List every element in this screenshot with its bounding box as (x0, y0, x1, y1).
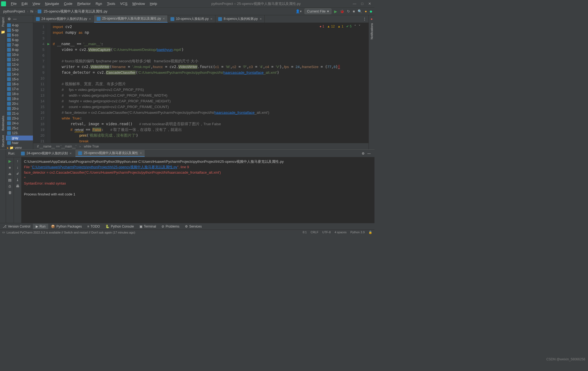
tab-list-icon[interactable]: ⋮ (361, 17, 368, 21)
menu-view[interactable]: View (30, 1, 42, 7)
bottom-tool-python-packages[interactable]: 📦Python Packages (48, 224, 84, 229)
code-with-me-icon[interactable]: ◆ (370, 9, 372, 13)
run-console[interactable]: C:\Users\Huawei\AppData\Local\Programs\P… (21, 157, 374, 223)
tree-item[interactable]: 5-op (6, 28, 33, 33)
status-caret-pos[interactable]: 8:1 (303, 231, 307, 234)
bottom-tool-version-control[interactable]: ⎇Version Control (0, 224, 33, 229)
status-icon[interactable]: ▭ (2, 231, 5, 234)
menu-window[interactable]: Window (130, 1, 147, 7)
folder-icon[interactable]: 📁 (1, 30, 5, 34)
tree-item[interactable]: ▸ 📁venv (6, 145, 33, 149)
stop-button[interactable]: ■ (9, 165, 11, 170)
exit-button[interactable]: ⏏ (8, 172, 11, 176)
notification-bell-icon[interactable]: ● (371, 17, 373, 21)
tree-item[interactable]: 24-o (6, 121, 33, 126)
tree-item[interactable]: 20-o (6, 106, 33, 111)
tree-item[interactable]: 6-co (6, 33, 33, 38)
tree-item[interactable]: 19-o (6, 96, 33, 101)
tree-item[interactable]: 14-o (6, 72, 33, 77)
tree-item[interactable]: 21-o (6, 111, 33, 116)
editor-tab[interactable]: 24-opencv视频中人脸的识别.py✕ (33, 15, 94, 23)
scroll-to-end-icon[interactable]: ⤓ (16, 178, 19, 182)
hide-icon[interactable]: — (366, 152, 372, 155)
menu-file[interactable]: File (9, 1, 19, 7)
tree-item[interactable]: 23-o (6, 116, 33, 121)
bottom-tool-python-console[interactable]: 🐍Python Console (103, 224, 137, 229)
ide-update-icon[interactable]: ● (365, 9, 367, 13)
soft-wrap-icon[interactable]: ↲ (16, 171, 19, 176)
close-icon[interactable]: ✕ (163, 17, 165, 20)
editor-tab[interactable]: 10-opencv人脸贴画.py✕ (168, 15, 215, 23)
gear-icon[interactable]: ⚙ (362, 152, 365, 155)
run-config-selector[interactable]: Current File ▾ (304, 8, 331, 14)
tree-item[interactable]: 17-o (6, 87, 33, 91)
print-icon[interactable]: 🖶 (16, 184, 19, 188)
trash-icon[interactable]: 🗑 (8, 191, 12, 195)
run-with-coverage-button[interactable]: ↻ (347, 9, 350, 13)
breadcrumb-folder[interactable]: hi (29, 9, 34, 14)
chevron-down-icon[interactable]: ˅ (359, 24, 360, 28)
collapse-icon[interactable]: — (13, 17, 17, 21)
bottom-tool-todo[interactable]: ≡TODO (84, 224, 102, 229)
code-editor[interactable]: import cv2 import numpy as np if __name_… (51, 23, 368, 143)
tree-item[interactable]: 20-c (6, 101, 33, 106)
layout-button[interactable]: ▤ (8, 178, 11, 182)
close-icon[interactable]: ✕ (69, 152, 72, 155)
gear-icon[interactable]: ⚙ (8, 17, 11, 21)
tree-item[interactable]: 8-op (6, 47, 33, 52)
structure-tool-tab[interactable]: Structure (1, 133, 5, 149)
run-tab-0[interactable]: 24-opencv视频中人脸的识别 ✕ (18, 150, 74, 157)
tree-item[interactable]: 10-o (6, 52, 33, 57)
tree-item[interactable]: haar (6, 140, 33, 145)
file-link[interactable]: C:\Users\Huawei\PycharmProjects\pythonPr… (32, 165, 177, 169)
breadcrumb-project[interactable]: pythonProject (2, 9, 26, 14)
menu-vcs[interactable]: VCS (118, 1, 130, 7)
status-encoding[interactable]: UTF-8 (322, 231, 331, 234)
menu-refactor[interactable]: Refactor (75, 1, 93, 7)
debug-button[interactable]: 🐞 (340, 9, 344, 13)
tree-item[interactable]: 16-o (6, 82, 33, 87)
user-icon[interactable]: 👤▾ (295, 9, 302, 13)
down-icon[interactable]: ↓ (17, 165, 19, 169)
editor-tab[interactable]: 25-opencv视频中人脸马赛克以及属性.py✕ (94, 15, 168, 23)
status-interpreter[interactable]: Python 3.9 (350, 231, 365, 234)
chevron-up-icon[interactable]: ˄ (354, 24, 356, 28)
tree-item[interactable]: 123. (6, 131, 33, 136)
bottom-tool-run[interactable]: ▶Run (33, 224, 48, 229)
stop-button[interactable]: ■ (353, 9, 355, 13)
breadcrumb-scope-2[interactable]: while True (82, 144, 100, 149)
close-icon[interactable]: ✕ (368, 2, 371, 6)
menu-run[interactable]: Run (93, 1, 104, 7)
pin-button[interactable]: ⎙ (9, 184, 11, 188)
run-button[interactable]: ▶ (334, 9, 337, 14)
close-icon[interactable]: ✕ (260, 17, 262, 20)
minimize-icon[interactable]: — (353, 2, 356, 6)
run-tab-1[interactable]: 25-opencv视频中人脸马赛克以及属性 ✕ (75, 150, 145, 157)
status-line-sep[interactable]: CRLF (310, 231, 318, 234)
lock-icon[interactable]: 🔒 (368, 231, 372, 234)
bottom-tool-terminal[interactable]: ▣Terminal (137, 224, 159, 229)
notifications-tool-tab[interactable]: Notifications (370, 21, 374, 42)
tree-item[interactable]: 7-op (6, 42, 33, 47)
tree-item[interactable]: 15-o (6, 77, 33, 82)
rerun-button[interactable]: ▶ (8, 159, 11, 163)
close-icon[interactable]: ✕ (89, 17, 91, 20)
bottom-tool-problems[interactable]: ⊘Problems (159, 224, 182, 229)
up-icon[interactable]: ↑ (17, 159, 19, 163)
status-message[interactable]: Localized PyCharm 2022.3.2 is available … (7, 231, 135, 234)
status-indent[interactable]: 4 spaces (334, 231, 346, 234)
menu-edit[interactable]: Edit (19, 1, 30, 7)
maximize-icon[interactable]: □ (361, 2, 363, 6)
menu-help[interactable]: Help (148, 1, 159, 7)
tree-item[interactable]: 13-o (6, 67, 33, 72)
breadcrumb-file[interactable]: 25-opencv视频中人脸马赛克以及属性.py (42, 8, 108, 14)
tree-item[interactable]: 4-op (6, 23, 33, 28)
tree-item[interactable]: 12-o (6, 62, 33, 67)
menu-navigate[interactable]: Navigate (43, 1, 61, 7)
menu-tools[interactable]: Tools (105, 1, 117, 7)
tree-item[interactable]: 25-c (6, 126, 33, 131)
tree-item[interactable]: 6-op (6, 38, 33, 42)
editor-tab[interactable]: 8-opencv人脸的检测.py✕ (215, 15, 264, 23)
breadcrumb-scope-1[interactable]: if __name__ == '__main__' (35, 144, 78, 149)
tree-item[interactable]: gray (6, 136, 33, 140)
